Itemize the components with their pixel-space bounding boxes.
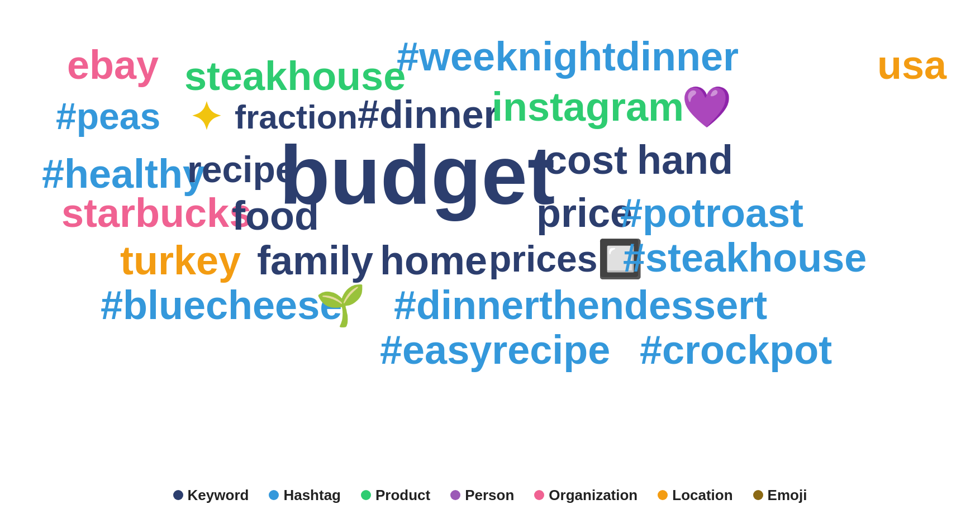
legend-item-location: Location <box>658 487 732 504</box>
word-23: #steakhouse <box>623 237 867 278</box>
legend-dot-location <box>658 490 668 500</box>
legend-item-product: Product <box>361 487 430 504</box>
legend-dot-keyword <box>173 490 183 500</box>
legend-label-keyword: Keyword <box>188 487 249 504</box>
legend-label-emoji: Emoji <box>768 487 807 504</box>
word-7: #dinner <box>358 95 499 134</box>
word-26: #dinnerthendessert <box>394 285 767 325</box>
word-15: starbucks <box>61 193 251 233</box>
legend-item-keyword: Keyword <box>173 487 249 504</box>
legend-dot-product <box>361 490 371 500</box>
word-2: #weeknightdinner <box>397 36 739 77</box>
word-19: turkey <box>120 240 241 280</box>
word-22: prices🔲 <box>489 240 643 277</box>
word-20: family <box>257 240 373 280</box>
word-25: 🌱 <box>316 285 366 325</box>
legend: KeywordHashtagProductPersonOrganizationL… <box>0 467 980 523</box>
word-0: ebay <box>67 45 159 85</box>
word-28: #crockpot <box>640 330 832 370</box>
word-8: instagram <box>492 87 684 127</box>
word-16: food <box>232 196 319 236</box>
word-13: cost <box>545 140 627 180</box>
legend-label-person: Person <box>465 487 514 504</box>
legend-label-location: Location <box>672 487 732 504</box>
legend-item-emoji: Emoji <box>753 487 807 504</box>
legend-item-person: Person <box>450 487 514 504</box>
word-4: #peas <box>56 98 160 135</box>
legend-dot-hashtag <box>269 490 279 500</box>
word-9: 💜 <box>682 87 732 127</box>
legend-dot-person <box>450 490 460 500</box>
word-10: #healthy <box>42 154 205 194</box>
word-3: usa <box>877 45 946 85</box>
word-17: price <box>536 193 632 233</box>
legend-dot-organization <box>534 490 544 500</box>
word-18: #potroast <box>620 193 803 233</box>
word-5: ✦ <box>190 98 222 136</box>
legend-item-hashtag: Hashtag <box>269 487 341 504</box>
word-27: #easyrecipe <box>380 330 610 370</box>
legend-label-organization: Organization <box>549 487 638 504</box>
word-14: hand <box>637 140 733 180</box>
legend-label-hashtag: Hashtag <box>283 487 341 504</box>
legend-label-product: Product <box>375 487 430 504</box>
word-24: #bluecheese <box>101 285 342 325</box>
legend-dot-emoji <box>753 490 763 500</box>
word-12: budget <box>279 134 555 217</box>
word-cloud: ebaysteakhouse#weeknightdinnerusa#peas✦f… <box>0 0 980 467</box>
word-1: steakhouse <box>184 56 406 96</box>
legend-item-organization: Organization <box>534 487 638 504</box>
word-21: home <box>380 240 487 280</box>
